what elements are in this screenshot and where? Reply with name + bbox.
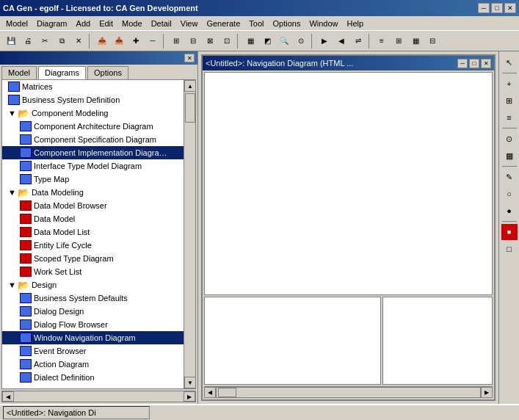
tree-item-ad[interactable]: Action Diagram (2, 358, 195, 371)
tb-btn-1[interactable]: ⊞ (168, 33, 184, 49)
tree-item-bsdefaults[interactable]: Business System Defaults (2, 292, 195, 305)
rt-btn-last[interactable]: □ (501, 241, 518, 257)
rt-btn-list[interactable]: ≡ (501, 109, 518, 126)
canvas-h-track[interactable] (216, 387, 481, 398)
menu-edit[interactable]: Edit (95, 18, 117, 29)
tree-item-cid[interactable]: Component Implementation Diagra… (2, 146, 195, 159)
panel-close-button[interactable]: ✕ (184, 54, 195, 62)
tree-item-bsd[interactable]: Business System Definition (2, 93, 195, 106)
tree-item-typemap[interactable]: Type Map (2, 173, 195, 186)
export-button[interactable]: 📥 (111, 33, 127, 49)
tb-btn-12[interactable]: ⊞ (391, 33, 407, 49)
tb-btn-6[interactable]: ◩ (259, 33, 275, 49)
menu-add[interactable]: Add (72, 18, 95, 29)
tree-item-dml[interactable]: Data Model List (2, 225, 195, 239)
scroll-down-button[interactable]: ▼ (184, 377, 196, 388)
menu-help[interactable]: Help (343, 18, 369, 29)
scroll-right-button[interactable]: ▶ (184, 391, 195, 402)
bottom-right-panel[interactable] (382, 297, 493, 385)
menu-generate[interactable]: Generate (202, 18, 244, 29)
tree-item-dm[interactable]: Data Model (2, 212, 195, 225)
canvas-h-thumb[interactable] (218, 388, 236, 397)
print-button[interactable]: 🖨 (20, 33, 36, 49)
main-canvas[interactable] (204, 72, 493, 295)
tab-model[interactable]: Model (1, 66, 37, 79)
scroll-left-button[interactable]: ◀ (2, 391, 14, 402)
h-scroll-track[interactable] (14, 391, 184, 402)
tb-btn-9[interactable]: ◀ (333, 33, 349, 49)
scroll-up-button[interactable]: ▲ (184, 80, 196, 92)
rt-btn-color[interactable]: ■ (501, 224, 518, 240)
tb-btn-3[interactable]: ⊠ (202, 33, 218, 49)
menu-window[interactable]: Window (305, 18, 342, 29)
minimize-button[interactable]: ─ (478, 3, 490, 13)
tb-btn-5[interactable]: ▦ (242, 33, 258, 49)
tab-options[interactable]: Options (87, 66, 128, 79)
canvas-scroll-right[interactable]: ▶ (481, 387, 493, 398)
tree-item-itmd[interactable]: Interface Type Model Diagram (2, 159, 195, 173)
menu-diagram[interactable]: Diagram (32, 18, 72, 29)
tree-item-dfb[interactable]: Dialog Flow Browser (2, 318, 195, 331)
scroll-thumb[interactable] (185, 93, 195, 123)
menu-options[interactable]: Options (268, 18, 305, 29)
rt-btn-filled[interactable]: ● (501, 203, 518, 219)
tree-item-dialect[interactable]: Dialect Definition (2, 371, 195, 384)
rt-btn-add[interactable]: + (501, 76, 518, 92)
tree-item-matrices[interactable]: Matrices (2, 80, 195, 93)
bottom-left-panel[interactable] (204, 297, 381, 385)
tree-item-elc[interactable]: Entity Life Cycle (2, 239, 195, 252)
save-button[interactable]: 💾 (3, 33, 19, 49)
copy-button[interactable]: ⧉ (54, 33, 70, 49)
rt-btn-table[interactable]: ▦ (501, 148, 518, 164)
rt-btn-dot[interactable]: ○ (501, 186, 518, 202)
zoom-button[interactable]: 🔍 (276, 33, 292, 49)
tree-folder-design[interactable]: ▼ 📂 Design (2, 278, 195, 292)
tree-scroll[interactable]: Matrices Business System Definition ▼ 📂 … (2, 80, 195, 388)
delete-button[interactable]: ✕ (70, 33, 87, 49)
tb-btn-10[interactable]: ⇌ (350, 33, 366, 49)
tb-btn-2[interactable]: ⊟ (185, 33, 201, 49)
minus-button[interactable]: ─ (145, 33, 161, 49)
tree-item-dd[interactable]: Dialog Design (2, 305, 195, 318)
tb-btn-4[interactable]: ⊡ (219, 33, 235, 49)
inner-close-button[interactable]: ✕ (481, 59, 491, 68)
menu-mode[interactable]: Mode (117, 18, 147, 29)
rt-btn-grid[interactable]: ⊞ (501, 93, 518, 109)
rt-btn-pen[interactable]: ✎ (501, 169, 518, 185)
maximize-button[interactable]: □ (491, 3, 503, 13)
rt-btn-cursor[interactable]: ↖ (501, 54, 518, 70)
tree-item-csd[interactable]: Component Specification Diagram (2, 133, 195, 146)
tree-horizontal-scrollbar[interactable]: ◀ ▶ (1, 391, 196, 402)
inner-max-button[interactable]: □ (469, 59, 479, 68)
menu-model[interactable]: Model (1, 18, 32, 29)
canvas-horizontal-scrollbar[interactable]: ◀ ▶ (204, 386, 493, 398)
tree-item-wsl[interactable]: Work Set List (2, 265, 195, 278)
dialect-icon (20, 372, 32, 383)
std-icon (20, 253, 32, 264)
canvas-scroll-left[interactable]: ◀ (204, 387, 216, 398)
inner-min-button[interactable]: ─ (457, 59, 468, 68)
cut-button[interactable]: ✂ (37, 33, 53, 49)
tree-item-dmbrowser[interactable]: Data Model Browser (2, 199, 195, 212)
import-button[interactable]: 📤 (94, 33, 110, 49)
close-button[interactable]: ✕ (504, 3, 516, 13)
tb-btn-7[interactable]: ⊙ (293, 33, 309, 49)
menu-view[interactable]: View (176, 18, 203, 29)
tree-item-std[interactable]: Scoped Type Diagram (2, 252, 195, 265)
tree-folder-component-modeling[interactable]: ▼ 📂 Component Modeling (2, 106, 195, 120)
new-button[interactable]: ✚ (128, 33, 144, 49)
tb-btn-8[interactable]: ▶ (316, 33, 333, 49)
tree-item-wnd[interactable]: Window Navigation Diagram (2, 331, 195, 344)
tb-btn-13[interactable]: ▦ (407, 33, 424, 49)
menu-detail[interactable]: Detail (147, 18, 176, 29)
tb-btn-11[interactable]: ≡ (374, 33, 390, 49)
menu-tool[interactable]: Tool (244, 18, 268, 29)
tree-vertical-scrollbar[interactable]: ▲ ▼ (184, 80, 195, 388)
rt-btn-circle[interactable]: ⊙ (501, 131, 518, 147)
tb-btn-14[interactable]: ⊟ (424, 33, 440, 49)
tab-diagrams[interactable]: Diagrams (38, 66, 86, 79)
tree-folder-data-modeling[interactable]: ▼ 📂 Data Modeling (2, 186, 195, 199)
scroll-track[interactable] (184, 92, 195, 377)
tree-item-cad[interactable]: Component Architecture Diagram (2, 120, 195, 133)
tree-item-eb[interactable]: Event Browser (2, 344, 195, 358)
